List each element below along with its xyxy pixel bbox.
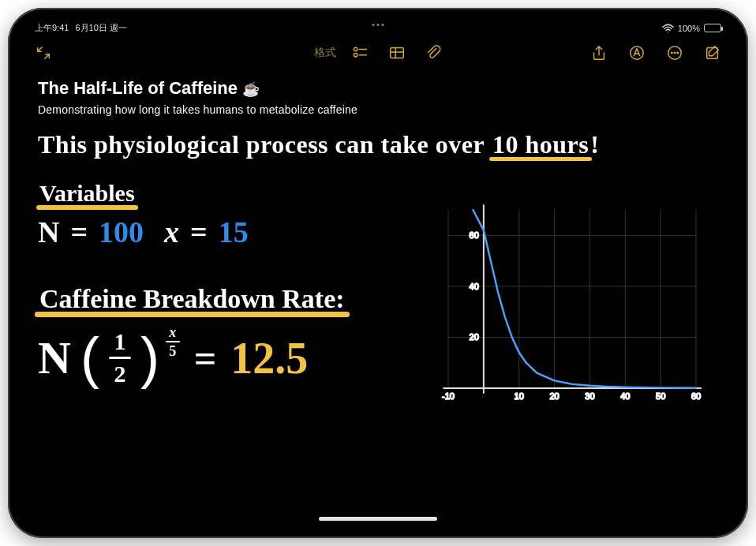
wifi-icon — [662, 24, 674, 33]
result-value: 12.5 — [230, 333, 308, 383]
status-time: 上午9:41 — [35, 22, 69, 34]
svg-text:20: 20 — [549, 391, 559, 401]
screen: 上午9:41 6月10日 週一 100% — [17, 17, 739, 529]
svg-rect-2 — [391, 48, 404, 58]
battery-percent: 100% — [678, 24, 700, 33]
home-indicator[interactable] — [319, 517, 437, 521]
svg-text:60: 60 — [470, 230, 479, 240]
svg-text:40: 40 — [620, 391, 630, 401]
variables-label: Variables — [38, 180, 137, 207]
collapse-icon[interactable] — [35, 44, 52, 62]
svg-text:60: 60 — [691, 391, 701, 401]
formula: N ( 1 2 ) x 5 = — [38, 330, 385, 386]
svg-text:-10: -10 — [442, 391, 455, 401]
svg-point-0 — [354, 47, 357, 50]
exponent-x-over-5: x 5 — [166, 325, 180, 358]
more-icon[interactable] — [666, 44, 683, 62]
highlight-10-hours: 10 hours — [491, 130, 590, 159]
toolbar: 格式 — [17, 34, 739, 69]
open-paren: ( — [80, 332, 99, 383]
device-frame: 上午9:41 6月10日 週一 100% — [8, 8, 748, 538]
svg-point-1 — [354, 54, 357, 57]
svg-text:10: 10 — [515, 391, 524, 401]
svg-text:20: 20 — [470, 332, 479, 342]
variable-definitions: N = 100 x = 15 — [38, 215, 385, 249]
status-bar: 上午9:41 6月10日 週一 100% — [17, 17, 739, 34]
close-paren: ) — [140, 332, 159, 383]
svg-point-5 — [672, 52, 672, 53]
compose-icon[interactable] — [704, 44, 721, 62]
note-title[interactable]: The Half-Life of Caffeine ☕ — [38, 78, 718, 99]
rate-label: Caffeine Breakdown Rate: — [38, 284, 346, 314]
coffee-emoji: ☕ — [242, 81, 260, 97]
svg-point-7 — [677, 52, 678, 53]
battery-icon — [704, 24, 721, 32]
decay-chart: -10102030405060204060 — [410, 202, 704, 407]
svg-point-6 — [674, 52, 675, 53]
multitasking-dots[interactable] — [372, 24, 384, 26]
svg-text:40: 40 — [470, 282, 479, 291]
attachment-icon[interactable] — [425, 44, 442, 62]
svg-text:30: 30 — [585, 391, 594, 401]
headline: This physiological process can take over… — [38, 130, 718, 159]
checklist-icon[interactable] — [352, 44, 369, 62]
share-icon[interactable] — [590, 44, 608, 62]
format-button[interactable]: 格式 — [314, 46, 336, 60]
table-icon[interactable] — [388, 44, 406, 62]
fraction-half: 1 2 — [109, 330, 131, 386]
svg-text:50: 50 — [656, 391, 665, 401]
note-subtitle[interactable]: Demonstrating how long it takes humans t… — [38, 103, 718, 116]
status-date: 6月10日 週一 — [75, 22, 126, 34]
markup-icon[interactable] — [628, 44, 646, 62]
